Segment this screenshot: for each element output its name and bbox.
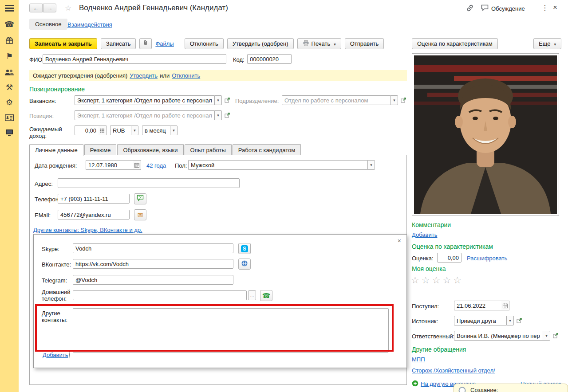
currency-input[interactable]	[110, 125, 131, 135]
popup-close-icon[interactable]: ×	[398, 237, 401, 244]
status-approve-link[interactable]: Утвердить	[130, 70, 158, 81]
notification-icon	[458, 387, 466, 392]
favorite-star-icon[interactable]	[65, 4, 71, 13]
position-input[interactable]	[75, 110, 214, 120]
phone-icon[interactable]: ☎	[0, 18, 19, 31]
open-icon[interactable]	[400, 97, 407, 104]
back-button[interactable]: ←	[29, 4, 43, 12]
open-icon[interactable]	[224, 112, 231, 119]
approval-status-bar: Ожидает утверждения (одобрения) Утвердит…	[29, 70, 407, 81]
responsible-dropdown-icon[interactable]	[543, 331, 550, 341]
phone-input[interactable]	[58, 194, 130, 204]
copy-link-icon[interactable]	[466, 4, 474, 14]
address-input[interactable]	[58, 178, 240, 188]
score-input[interactable]	[437, 253, 462, 263]
save-button[interactable]: Записать	[101, 38, 136, 49]
flag-icon[interactable]: ⚑	[0, 50, 19, 63]
star-icon[interactable]	[442, 275, 451, 285]
open-icon[interactable]	[552, 332, 559, 339]
send-button[interactable]: Отправить	[345, 38, 384, 49]
star-icon[interactable]	[411, 275, 419, 285]
vacancy-dropdown-icon[interactable]	[214, 95, 222, 105]
tab-resume[interactable]: Резюме	[84, 144, 117, 156]
vk-input[interactable]	[73, 259, 233, 269]
decode-link[interactable]: Расшифровать	[467, 255, 507, 262]
gift-icon[interactable]	[0, 34, 19, 47]
source-dropdown-icon[interactable]	[506, 316, 514, 325]
star-icon[interactable]	[422, 275, 430, 285]
gender-input[interactable]	[188, 160, 367, 170]
candidate-photo[interactable]	[414, 55, 557, 214]
period-dropdown-icon[interactable]	[170, 125, 178, 135]
vk-open-button[interactable]	[238, 259, 251, 270]
files-link[interactable]: Файлы	[155, 40, 174, 47]
other-contacts-popup: × Skype: S ВКонтакте: Telegram: Домашний…	[33, 234, 407, 368]
traits-score-button[interactable]: Оценка по характеристикам	[412, 38, 498, 49]
gear-icon[interactable]: ⚙	[0, 96, 19, 109]
contact-card-icon[interactable]	[0, 111, 19, 124]
forward-button[interactable]: →	[43, 4, 56, 12]
menu-icon[interactable]	[0, 2, 19, 15]
other-contacts-link[interactable]: Другие контакты: Skype, ВКонтакте и др.	[33, 227, 142, 233]
currency-dropdown-icon[interactable]	[131, 125, 138, 135]
save-and-close-button[interactable]: Записать и закрыть	[29, 38, 97, 49]
star-icon[interactable]	[432, 275, 441, 285]
wrench-icon[interactable]: ⚒	[0, 81, 19, 94]
star-icon[interactable]	[453, 275, 462, 285]
add-to-vacancy-plus-icon[interactable]	[412, 380, 418, 388]
period-input[interactable]	[142, 125, 170, 135]
income-field	[75, 125, 106, 135]
calculator-icon[interactable]	[99, 125, 106, 135]
decline-button[interactable]: Отклонить	[185, 38, 224, 49]
other-contacts-label: Другие контакты:	[42, 310, 69, 323]
more-button[interactable]: Еще	[533, 38, 561, 49]
fio-input[interactable]	[43, 54, 226, 64]
attachment-button[interactable]	[139, 38, 152, 49]
mpp-link[interactable]: МПП	[412, 356, 425, 363]
watchman-vacancy-link[interactable]: Сторож /Хозяйственный отдел/	[412, 367, 495, 374]
send-email-button[interactable]: ✉	[134, 209, 146, 220]
source-input[interactable]	[454, 316, 506, 325]
tab-candidate-work[interactable]: Работа с кандидатом	[233, 144, 301, 156]
home-phone-input[interactable]	[73, 290, 247, 300]
notification-toast[interactable]: Создание:	[454, 384, 568, 392]
monitor-icon[interactable]	[0, 126, 19, 139]
birthdate-input[interactable]	[86, 160, 133, 170]
comments-add-link[interactable]: Добавить	[412, 231, 437, 238]
responsible-input[interactable]	[454, 331, 543, 341]
tab-experience[interactable]: Опыт работы	[185, 144, 232, 156]
tab-interactions[interactable]: Взаимодействия	[67, 21, 112, 28]
vacancy-input[interactable]	[75, 95, 214, 105]
tab-personal-data[interactable]: Личные данные	[29, 144, 83, 156]
close-window-icon[interactable]	[553, 3, 557, 12]
department-input[interactable]	[282, 95, 390, 105]
other-contacts-textarea[interactable]	[73, 308, 389, 353]
calendar-icon[interactable]	[501, 301, 509, 310]
received-input[interactable]	[454, 301, 501, 310]
send-sms-button[interactable]	[134, 193, 146, 204]
calendar-icon[interactable]	[133, 160, 141, 170]
tab-main[interactable]: Основное	[29, 19, 67, 30]
approve-button[interactable]: Утвердить (одобрен)	[227, 38, 294, 49]
skype-button[interactable]: S	[238, 243, 251, 254]
kebab-menu-icon[interactable]	[541, 4, 548, 12]
discussion-button[interactable]: Обсуждение	[481, 4, 525, 13]
skype-input[interactable]	[73, 243, 233, 253]
home-phone-ellipsis-button[interactable]: ...	[248, 290, 256, 300]
tab-education[interactable]: Образование, языки	[117, 144, 183, 156]
popup-add-link[interactable]: Добавить	[41, 351, 70, 359]
email-input[interactable]	[58, 210, 130, 220]
telegram-input[interactable]	[73, 275, 233, 285]
print-button[interactable]: Печать	[297, 38, 341, 49]
people-icon[interactable]	[0, 66, 19, 79]
code-input[interactable]	[247, 54, 292, 64]
call-button[interactable]: ☎	[260, 290, 272, 301]
gender-dropdown-icon[interactable]	[367, 160, 375, 170]
income-input[interactable]	[75, 125, 99, 135]
department-dropdown-icon[interactable]	[390, 95, 398, 105]
position-dropdown-icon[interactable]	[214, 110, 222, 120]
open-icon[interactable]	[224, 97, 231, 104]
status-decline-link[interactable]: Отклонить	[172, 70, 200, 81]
code-label: Код:	[233, 56, 245, 63]
open-icon[interactable]	[516, 317, 523, 324]
